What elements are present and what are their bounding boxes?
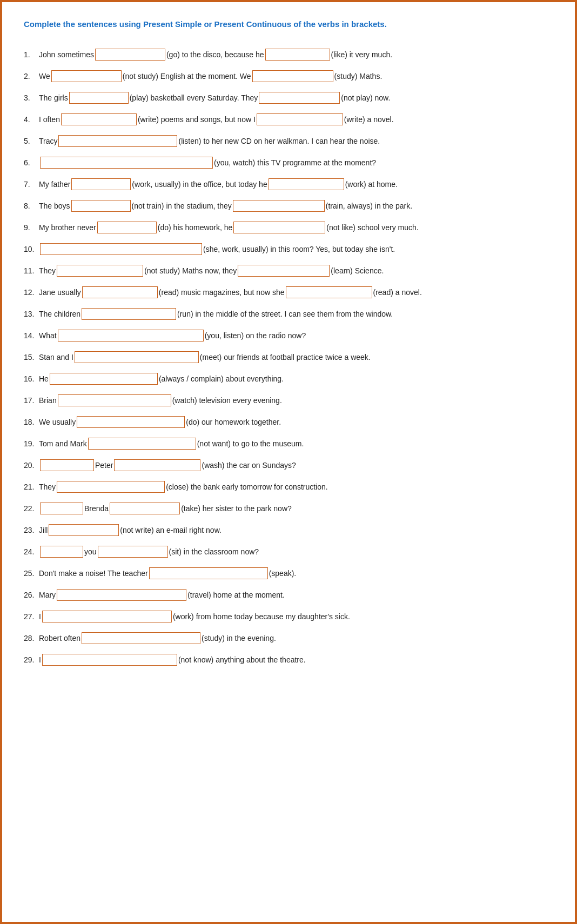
answer-input-13a[interactable] [82,308,176,320]
answer-input-20b[interactable] [114,459,200,471]
sentence-text: (study) in the evening. [202,631,276,646]
sentence-text: He [39,371,49,386]
answer-input-18a[interactable] [77,416,185,428]
sentence-number: 28. [24,631,39,646]
sentence-text: Brian [39,393,57,408]
sentence-row: 20.Peter (wash) the car on Sundays? [24,454,553,476]
sentence-number: 12. [24,285,39,300]
sentence-text: My father [39,177,70,192]
sentence-text: (like) it very much. [331,47,393,62]
answer-input-21a[interactable] [57,481,165,493]
answer-input-20a[interactable] [40,459,94,471]
answer-input-16a[interactable] [50,373,158,385]
sentence-number: 2. [24,69,39,84]
answer-input-8a[interactable] [71,200,131,212]
answer-input-24a[interactable] [40,546,83,558]
sentence-text: (not write) an e-mail right now. [120,523,222,538]
sentence-number: 8. [24,198,39,213]
answer-input-1a[interactable] [95,49,165,61]
answer-input-23a[interactable] [49,524,119,536]
sentence-text: They [39,479,56,494]
sentence-number: 15. [24,350,39,365]
sentence-row: 9.My brother never (do) his homework, he… [24,217,553,238]
answer-input-25a[interactable] [149,567,268,579]
sentence-text: (close) the bank early tomorrow for cons… [166,479,328,494]
answer-input-10a[interactable] [40,243,202,255]
sentence-number: 17. [24,393,39,408]
sentence-text: John sometimes [39,47,94,62]
sentence-text: (read) music magazines, but now she [159,285,285,300]
sentence-text: (you, watch) this TV programme at the mo… [214,155,376,170]
sentence-text: We usually [39,414,76,430]
answer-input-26a[interactable] [57,589,186,601]
answer-input-12a[interactable] [82,286,158,298]
answer-input-7b[interactable] [269,178,344,190]
answer-input-27a[interactable] [42,611,172,622]
answer-input-12b[interactable] [286,286,372,298]
sentence-text: (play) basketball every Saturday. They [130,90,258,105]
sentence-row: 12.Jane usually (read) music magazines, … [24,282,553,303]
sentence-text: (work) at home. [345,177,398,192]
sentence-row: 16.He (always / complain) about everythi… [24,368,553,390]
answer-input-14a[interactable] [58,330,204,342]
sentence-text: (work) from home today because my daught… [173,609,350,624]
answer-input-6a[interactable] [40,157,213,169]
answer-input-5a[interactable] [58,135,177,147]
answer-input-9b[interactable] [233,222,325,233]
answer-input-24b[interactable] [98,546,168,558]
sentence-row: 11.They (not study) Maths now, they (lea… [24,260,553,282]
sentence-text: I [39,609,41,624]
sentence-number: 13. [24,306,39,322]
answer-input-11a[interactable] [57,265,143,277]
answer-input-11b[interactable] [238,265,330,277]
sentence-text: (always / complain) about everything. [159,371,284,386]
sentence-row: 21.They (close) the bank early tomorrow … [24,476,553,498]
sentence-row: 10.(she, work, usually) in this room? Ye… [24,238,553,260]
answer-input-19a[interactable] [88,438,196,450]
sentence-number: 29. [24,652,39,667]
sentence-text: (study) Maths. [334,69,383,84]
sentence-text: (write) a novel. [344,112,394,127]
sentence-row: 27.I (work) from home today because my d… [24,606,553,627]
instructions: Complete the sentences using Present Sim… [24,18,553,31]
answer-input-2a[interactable] [51,70,122,82]
answer-input-3a[interactable] [69,92,129,104]
sentence-text: The boys [39,198,70,213]
sentence-number: 9. [24,220,39,235]
sentence-text: (do) his homework, he [158,220,233,235]
sentence-text: (sit) in the classroom now? [169,544,259,559]
answer-input-29a[interactable] [42,654,177,666]
sentence-text: (learn) Science. [331,263,384,278]
sentence-text: (train, always) in the park. [326,198,412,213]
sentence-number: 27. [24,609,39,624]
sentence-text: The children [39,306,80,322]
sentence-text: Tom and Mark [39,436,87,451]
sentence-text: (listen) to her new CD on her walkman. I… [178,133,380,149]
sentence-text: (write) poems and songs, but now I [138,112,256,127]
answer-input-3b[interactable] [259,92,340,104]
sentence-text: We [39,69,50,84]
sentence-text: I often [39,112,60,127]
sentence-text: Stan and I [39,350,73,365]
sentence-text: (read) a novel. [373,285,422,300]
sentence-text: (not study) English at the moment. We [123,69,251,84]
answer-input-4b[interactable] [257,113,343,125]
sentence-text: (speak). [269,566,297,581]
answer-input-1b[interactable] [265,49,330,61]
answer-input-4a[interactable] [61,113,137,125]
answer-input-9a[interactable] [97,222,157,233]
sentence-number: 5. [24,133,39,149]
sentence-number: 4. [24,112,39,127]
answer-input-2b[interactable] [252,70,333,82]
sentence-text: (not play) now. [341,90,390,105]
sentence-number: 7. [24,177,39,192]
answer-input-8b[interactable] [233,200,325,212]
sentence-number: 26. [24,587,39,602]
answer-input-7a[interactable] [71,178,131,190]
answer-input-15a[interactable] [75,351,199,363]
answer-input-22a[interactable] [40,503,83,514]
sentence-row: 8.The boys (not train) in the stadium, t… [24,195,553,217]
answer-input-28a[interactable] [82,632,200,644]
answer-input-17a[interactable] [58,394,171,406]
answer-input-22b[interactable] [110,503,180,514]
